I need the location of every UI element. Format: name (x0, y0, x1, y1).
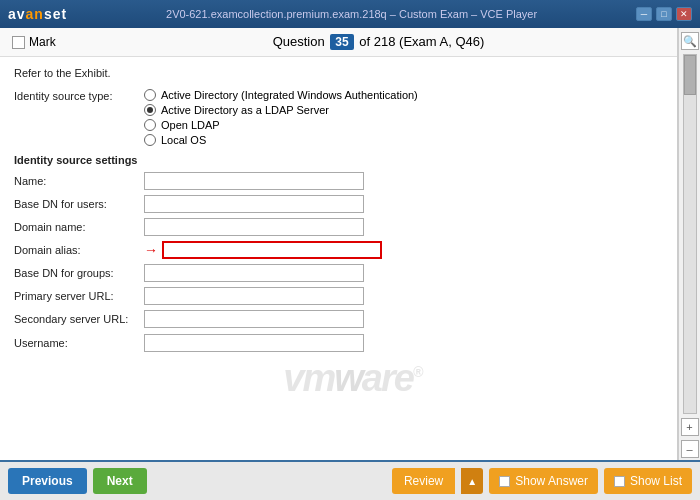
name-row: Name: (14, 172, 663, 190)
next-button[interactable]: Next (93, 468, 147, 494)
question-label: Question (273, 34, 325, 49)
identity-source-type-label: Identity source type: (14, 89, 144, 102)
domain-alias-row: Domain alias: → (14, 241, 663, 259)
radio-option-4[interactable]: Local OS (144, 134, 418, 146)
show-answer-label: Show Answer (515, 474, 588, 488)
zoom-in-button[interactable]: + (681, 418, 699, 436)
secondary-server-label: Secondary server URL: (14, 313, 144, 325)
show-list-label: Show List (630, 474, 682, 488)
identity-source-settings-title: Identity source settings (14, 154, 663, 166)
name-label: Name: (14, 175, 144, 187)
right-tools: 🔍 + – (678, 28, 700, 460)
username-row: Username: (14, 334, 663, 352)
username-input[interactable] (144, 334, 364, 352)
base-dn-users-label: Base DN for users: (14, 198, 144, 210)
previous-button[interactable]: Previous (8, 468, 87, 494)
watermark: vmware® (283, 357, 421, 400)
zoom-out-button[interactable]: – (681, 440, 699, 458)
maximize-button[interactable]: □ (656, 7, 672, 21)
radio-label-1: Active Directory (Integrated Windows Aut… (161, 89, 418, 101)
mark-checkbox[interactable] (12, 36, 25, 49)
radio-ad-ldap[interactable] (144, 104, 156, 116)
review-button[interactable]: Review (392, 468, 455, 494)
radio-label-4: Local OS (161, 134, 206, 146)
domain-name-label: Domain name: (14, 221, 144, 233)
base-dn-users-row: Base DN for users: (14, 195, 663, 213)
radio-ad-integrated[interactable] (144, 89, 156, 101)
show-list-checkbox-icon (614, 476, 625, 487)
name-input[interactable] (144, 172, 364, 190)
show-answer-checkbox-icon (499, 476, 510, 487)
radio-option-2[interactable]: Active Directory as a LDAP Server (144, 104, 418, 116)
base-dn-groups-label: Base DN for groups: (14, 267, 144, 279)
title-bar: avanset 2V0-621.examcollection.premium.e… (0, 0, 700, 28)
watermark-reg: ® (413, 364, 421, 380)
primary-server-input[interactable] (144, 287, 364, 305)
title-bar-left: avanset (8, 6, 67, 22)
question-number-badge: 35 (330, 34, 353, 50)
domain-alias-input[interactable] (162, 241, 382, 259)
radio-group: Active Directory (Integrated Windows Aut… (144, 89, 418, 146)
domain-alias-label: Domain alias: (14, 244, 144, 256)
close-button[interactable]: ✕ (676, 7, 692, 21)
scrollbar-track[interactable] (683, 54, 697, 414)
base-dn-groups-row: Base DN for groups: (14, 264, 663, 282)
question-body: Refer to the Exhibit. Identity source ty… (0, 57, 677, 460)
base-dn-groups-input[interactable] (144, 264, 364, 282)
domain-name-input[interactable] (144, 218, 364, 236)
secondary-server-input[interactable] (144, 310, 364, 328)
scrollbar-thumb[interactable] (684, 55, 696, 95)
bottom-toolbar: Previous Next Review ▲ Show Answer Show … (0, 460, 700, 500)
username-label: Username: (14, 337, 144, 349)
radio-label-3: Open LDAP (161, 119, 220, 131)
review-arrow-button[interactable]: ▲ (461, 468, 483, 494)
arrow-indicator: → (144, 242, 158, 258)
radio-open-ldap[interactable] (144, 119, 156, 131)
mark-label: Mark (29, 35, 56, 49)
question-panel: Mark Question 35 of 218 (Exam A, Q46) Re… (0, 28, 678, 460)
question-header: Mark Question 35 of 218 (Exam A, Q46) (0, 28, 677, 57)
mark-area[interactable]: Mark (12, 35, 92, 49)
title-bar-controls[interactable]: ─ □ ✕ (636, 7, 692, 21)
question-number-area: Question 35 of 218 (Exam A, Q46) (92, 34, 665, 50)
show-list-button[interactable]: Show List (604, 468, 692, 494)
domain-name-row: Domain name: (14, 218, 663, 236)
base-dn-users-input[interactable] (144, 195, 364, 213)
exhibit-text: Refer to the Exhibit. (14, 67, 663, 79)
show-answer-button[interactable]: Show Answer (489, 468, 598, 494)
avanset-logo: avanset (8, 6, 67, 22)
radio-local-os[interactable] (144, 134, 156, 146)
title-bar-title: 2V0-621.examcollection.premium.exam.218q… (67, 8, 636, 20)
primary-server-row: Primary server URL: (14, 287, 663, 305)
radio-option-3[interactable]: Open LDAP (144, 119, 418, 131)
search-icon[interactable]: 🔍 (681, 32, 699, 50)
minimize-button[interactable]: ─ (636, 7, 652, 21)
identity-source-type-row: Identity source type: Active Directory (… (14, 89, 663, 146)
primary-server-label: Primary server URL: (14, 290, 144, 302)
question-total: of 218 (Exam A, Q46) (359, 34, 484, 49)
secondary-server-row: Secondary server URL: (14, 310, 663, 328)
radio-label-2: Active Directory as a LDAP Server (161, 104, 329, 116)
main-container: Mark Question 35 of 218 (Exam A, Q46) Re… (0, 28, 700, 460)
radio-option-1[interactable]: Active Directory (Integrated Windows Aut… (144, 89, 418, 101)
